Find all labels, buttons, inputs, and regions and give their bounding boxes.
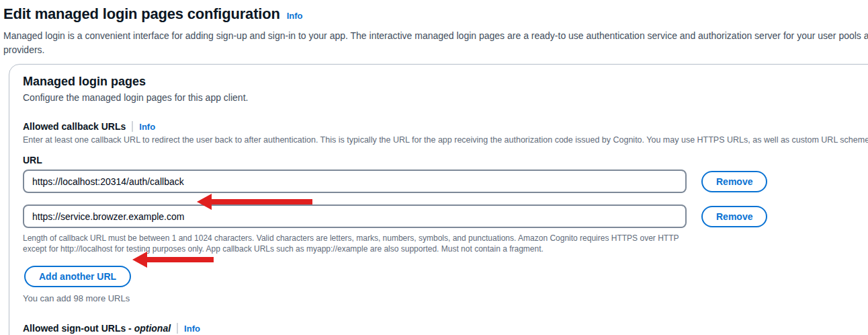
- callback-url-row-1: Remove: [23, 170, 868, 193]
- page-description: Managed login is a convenient interface …: [3, 29, 868, 57]
- signout-urls-label: Allowed sign-out URLs - optional: [23, 323, 171, 334]
- signout-urls-info-link[interactable]: Info: [184, 324, 200, 334]
- page-header: Edit managed login pages configuration I…: [0, 0, 868, 57]
- remove-url-button-1[interactable]: Remove: [701, 171, 767, 192]
- cognito-edit-managed-login-page: Edit managed login pages configuration I…: [0, 0, 868, 335]
- callback-urls-info-link[interactable]: Info: [139, 122, 155, 132]
- page-title: Edit managed login pages configuration: [3, 5, 280, 23]
- callback-url-input-1[interactable]: [23, 170, 687, 193]
- managed-login-pages-card: Managed login pages Configure the manage…: [9, 64, 868, 335]
- callback-url-constraint-text: Length of callback URL must be between 1…: [23, 233, 698, 254]
- callback-url-row-2: Remove: [23, 204, 868, 228]
- callback-urls-label: Allowed callback URLs: [23, 121, 126, 132]
- allowed-signout-urls-section: Allowed sign-out URLs - optional Info En…: [23, 323, 868, 335]
- url-column-label: URL: [23, 155, 868, 165]
- label-divider: [132, 121, 133, 132]
- add-another-url-button[interactable]: Add another URL: [24, 266, 131, 287]
- label-divider: [177, 323, 178, 334]
- remaining-urls-text: You can add 98 more URLs: [23, 293, 868, 303]
- card-subtitle: Configure the managed login pages for th…: [23, 92, 868, 103]
- allowed-callback-urls-section: Allowed callback URLs Info Enter at leas…: [23, 121, 868, 303]
- optional-suffix: optional: [134, 323, 171, 334]
- remove-url-button-2[interactable]: Remove: [701, 206, 767, 227]
- callback-url-input-2[interactable]: [23, 204, 687, 228]
- card-title: Managed login pages: [23, 75, 868, 89]
- callback-urls-description: Enter at least one callback URL to redir…: [23, 135, 868, 145]
- page-title-info-link[interactable]: Info: [287, 11, 303, 21]
